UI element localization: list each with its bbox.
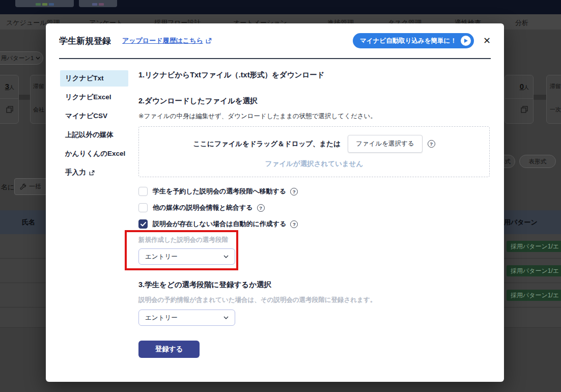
- checkbox[interactable]: [138, 203, 148, 212]
- new-session-stage-label: 新規作成した説明会の選考段階: [138, 236, 490, 244]
- checkbox-label: 他の媒体の説明会情報と統合する: [153, 203, 253, 212]
- file-select-button[interactable]: ファイルを選択する: [348, 135, 423, 153]
- divider: [505, 98, 533, 99]
- step1-heading: 1.リクナビからTxtファイル（.txt形式）をダウンロード: [138, 70, 490, 79]
- file-dropzone[interactable]: ここにファイルをドラッグ＆ドロップ、または ファイルを選択する ? ファイルが選…: [138, 126, 490, 177]
- chevron-down-icon: [223, 255, 229, 258]
- column-header-name: 氏名: [22, 218, 35, 227]
- sidebar-item-kanrikun-excel[interactable]: かんりくんのExcel: [60, 146, 128, 162]
- pattern-filter-label: 用パターン1: [1, 54, 34, 62]
- checkmark-icon: [141, 222, 146, 227]
- stay-value: 会社: [33, 106, 44, 114]
- sidebar-item-label: 手入力: [65, 168, 86, 177]
- bulk-action-button[interactable]: 一括: [14, 178, 50, 195]
- checkbox[interactable]: [138, 187, 148, 196]
- modal-body: リクナビTxt リクナビExcel マイナビCSV 上記以外の媒体 かんりくんの…: [46, 59, 504, 358]
- pattern-filter-pill[interactable]: 用パターン1: [0, 51, 43, 65]
- flow-connector: [19, 95, 30, 100]
- stage-count: 0人: [520, 82, 529, 91]
- column-header-pattern: 用パターン: [504, 218, 538, 227]
- count-value[interactable]: 0: [520, 82, 524, 91]
- external-link-icon: [89, 170, 95, 176]
- logo-mark: [99, 3, 104, 6]
- logo-mark: [49, 3, 54, 6]
- help-icon[interactable]: ?: [428, 140, 435, 148]
- sidebar-item-label: リクナビExcel: [65, 93, 111, 102]
- close-icon[interactable]: ✕: [483, 36, 491, 45]
- chevron-down-icon: [223, 316, 229, 319]
- upload-history-link-label: アップロード履歴はこちら: [122, 36, 203, 45]
- stage-info-card[interactable]: 滞留 一次: [546, 75, 561, 124]
- mynavi-auto-import-button[interactable]: マイナビ自動取り込みを簡単に！: [353, 33, 474, 48]
- import-form: 1.リクナビからTxtファイル（.txt形式）をダウンロード 2.ダウンロードし…: [138, 70, 490, 358]
- modal-header: 学生新規登録 アップロード履歴はこちら マイナビ自動取り込みを簡単に！ ✕: [59, 23, 491, 59]
- step2-note: ※ファイルの中身は編集せず、ダウンロードしたままの状態で選択してください。: [138, 112, 490, 120]
- stay-value: 一次: [550, 106, 561, 114]
- student-registration-modal: 学生新規登録 アップロード履歴はこちら マイナビ自動取り込みを簡単に！ ✕ リク…: [46, 23, 504, 382]
- checkbox[interactable]: [138, 219, 148, 229]
- register-stage-select[interactable]: エントリー: [138, 310, 235, 326]
- selected-value: エントリー: [145, 253, 178, 261]
- sidebar-item-label: 上記以外の媒体: [65, 130, 114, 139]
- dropzone-prompt: ここにファイルをドラッグ＆ドロップ、または: [193, 139, 341, 149]
- top-app-bar: [0, 0, 561, 14]
- checkbox-label: 学生を予約した説明会の選考段階へ移動する: [153, 187, 286, 196]
- view-toggle-label: 表形式: [529, 158, 547, 165]
- copy-icon[interactable]: [6, 106, 13, 113]
- import-source-sidebar: リクナビTxt リクナビExcel マイナビCSV 上記以外の媒体 かんりくんの…: [60, 70, 128, 358]
- logo-mark: [42, 3, 47, 6]
- help-icon[interactable]: ?: [257, 204, 265, 212]
- no-file-selected-text: ファイルが選択されていません: [265, 159, 363, 169]
- nav-item-analysis[interactable]: 分析: [515, 18, 528, 27]
- option-move-to-session-stage: 学生を予約した説明会の選考段階へ移動する ?: [138, 187, 490, 196]
- app-screen: スケジュール管理 アンケート 採用フロー設計 オートメーション 進捗管理 タスク…: [0, 0, 561, 392]
- sidebar-item-rikunabi-txt[interactable]: リクナビTxt: [60, 70, 128, 87]
- checkbox-label: 説明会が存在しない場合は自動的に作成する: [153, 219, 286, 229]
- external-link-icon: [206, 38, 212, 44]
- stage-count: 3人: [5, 82, 14, 91]
- sidebar-item-label: かんりくんのExcel: [65, 149, 125, 158]
- wrench-icon: [20, 183, 26, 190]
- sidebar-item-other-media[interactable]: 上記以外の媒体: [60, 127, 128, 143]
- play-icon: [461, 36, 471, 46]
- step3-note: 説明会の予約情報が含まれていた場合は、その説明会の選考段階に登録されます。: [138, 296, 490, 304]
- step3-heading: 3.学生をどの選考段階に登録するか選択: [138, 280, 490, 289]
- view-toggle-table[interactable]: 表形式: [519, 155, 556, 168]
- help-icon[interactable]: ?: [290, 188, 298, 195]
- stay-label: 滞留: [33, 82, 44, 90]
- step2-heading: 2.ダウンロードしたファイルを選択: [138, 96, 490, 105]
- sidebar-item-label: マイナビCSV: [65, 111, 107, 121]
- sidebar-item-label: リクナビTxt: [65, 74, 104, 83]
- modal-title: 学生新規登録: [59, 35, 111, 47]
- stage-count-card[interactable]: 3人: [0, 75, 19, 124]
- pattern-badge: 採用パターン1/エ: [507, 265, 561, 276]
- secondary-app-button[interactable]: [79, 0, 117, 7]
- import-options: 学生を予約した説明会の選考段階へ移動する ? 他の媒体の説明会情報と統合する ?…: [138, 187, 490, 229]
- count-unit: 人: [9, 85, 14, 90]
- logo-button[interactable]: [15, 0, 74, 7]
- stage-count-card[interactable]: 0人: [504, 75, 534, 124]
- new-session-stage-select[interactable]: エントリー: [138, 248, 235, 265]
- option-auto-create-session: 説明会が存在しない場合は自動的に作成する ?: [138, 219, 490, 229]
- copy-icon[interactable]: [521, 106, 528, 113]
- option-merge-session-info: 他の媒体の説明会情報と統合する ?: [138, 203, 490, 212]
- flow-connector: [534, 95, 546, 100]
- upload-history-link[interactable]: アップロード履歴はこちら: [122, 36, 212, 45]
- sidebar-item-manual-entry[interactable]: 手入力: [60, 164, 128, 181]
- pattern-badge: 採用パターン1/エ: [507, 241, 561, 252]
- logo-mark: [36, 3, 41, 6]
- count-value[interactable]: 3: [5, 82, 9, 91]
- selection-count-text: 名に: [1, 183, 14, 192]
- mynavi-auto-import-label: マイナビ自動取り込みを簡単に！: [360, 37, 457, 45]
- register-button[interactable]: 登録する: [138, 341, 200, 358]
- sidebar-item-mynavi-csv[interactable]: マイナビCSV: [60, 108, 128, 124]
- logo-mark: [92, 3, 97, 6]
- stay-label: 滞留: [550, 82, 561, 90]
- help-icon[interactable]: ?: [290, 220, 298, 228]
- selected-value: エントリー: [145, 314, 178, 322]
- sidebar-item-rikunabi-excel[interactable]: リクナビExcel: [60, 89, 128, 105]
- divider: [0, 98, 18, 99]
- count-unit: 人: [524, 85, 529, 90]
- chevron-down-icon: [36, 57, 40, 60]
- bulk-action-label: 一括: [29, 182, 41, 191]
